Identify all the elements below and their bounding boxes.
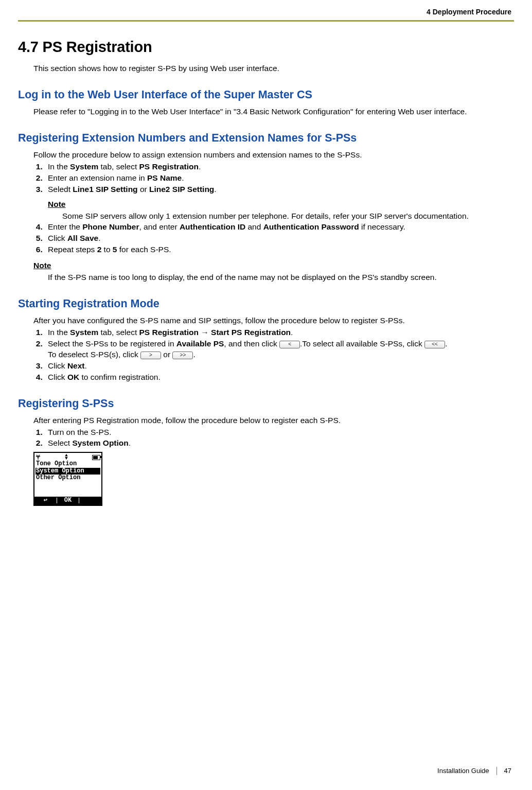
register-sps-steps: Turn on the S-PS. Select System Option. — [33, 427, 514, 449]
heading-login: Log in to the Web User Interface of the … — [18, 87, 514, 102]
footer-divider — [496, 767, 497, 775]
softkey-back-icon: ↩ — [34, 497, 57, 504]
list-item: Click All Save. — [45, 233, 514, 244]
move-all-left-button: << — [424, 341, 445, 348]
note-body: If the S-PS name is too long to display,… — [48, 272, 514, 283]
intro-text: This section shows how to register S-PS … — [33, 63, 514, 74]
page-footer: Installation Guide 47 — [437, 766, 511, 776]
move-right-button: > — [140, 352, 161, 359]
scroll-indicator-icon: ▲▼ — [65, 454, 67, 461]
register-ext-steps: In the System tab, select PS Registratio… — [33, 162, 514, 255]
phone-softkeys: ↩ OK — [34, 497, 101, 505]
phone-menu-item-selected: System Option — [36, 468, 100, 475]
phone-menu: Tone Option System Option Other Option — [34, 461, 101, 497]
move-all-right-button: >> — [172, 352, 193, 359]
login-body: Please refer to "Logging in to the Web U… — [33, 107, 514, 117]
footer-page-number: 47 — [504, 766, 511, 776]
list-item: In the System tab, select PS Registratio… — [45, 327, 514, 338]
antenna-icon — [36, 454, 41, 460]
register-sps-lead: After entering PS Registration mode, fol… — [33, 415, 514, 426]
list-item: Click Next. — [45, 361, 514, 372]
note-label: Note — [33, 260, 514, 271]
heading-register-sps: Registering S-PSs — [18, 396, 514, 411]
heading-start-mode: Starting Registration Mode — [18, 296, 514, 311]
list-item: Enter an extension name in PS Name. — [45, 173, 514, 184]
list-item: Click OK to confirm registration. — [45, 372, 514, 383]
list-item: Turn on the S-PS. — [45, 427, 514, 438]
start-mode-lead: After you have configured the S-PS name … — [33, 315, 514, 326]
phone-menu-item: Tone Option — [36, 461, 100, 467]
move-left-button: < — [279, 341, 300, 348]
list-item: Enter the Phone Number, and enter Authen… — [45, 222, 514, 233]
phone-status-bar: ▲▼ — [34, 453, 101, 461]
heading-register-ext: Registering Extension Numbers and Extens… — [18, 131, 514, 146]
section-title: 4.7 PS Registration — [18, 37, 514, 57]
list-item: Select the S-PSs to be registered in Ava… — [45, 339, 514, 360]
note-label: Note — [48, 199, 514, 210]
list-item: In the System tab, select PS Registratio… — [45, 162, 514, 172]
register-ext-lead: Follow the procedure below to assign ext… — [33, 150, 514, 161]
start-mode-steps: In the System tab, select PS Registratio… — [33, 327, 514, 383]
phone-menu-item: Other Option — [36, 475, 100, 481]
list-item: Repeat steps 2 to 5 for each S-PS. — [45, 244, 514, 255]
softkey-ok: OK — [57, 497, 79, 504]
list-item: Select System Option. — [45, 438, 514, 449]
footer-doc-title: Installation Guide — [437, 766, 489, 776]
header-rule — [18, 20, 514, 22]
note-body: Some SIP servers allow only 1 extension … — [62, 211, 514, 222]
phone-screen: ▲▼ Tone Option System Option Other Optio… — [33, 452, 102, 506]
battery-icon — [92, 455, 100, 460]
list-item: Seledt Line1 SIP Setting or Line2 SIP Se… — [45, 184, 514, 222]
running-header: 4 Deployment Procedure — [18, 5, 514, 20]
